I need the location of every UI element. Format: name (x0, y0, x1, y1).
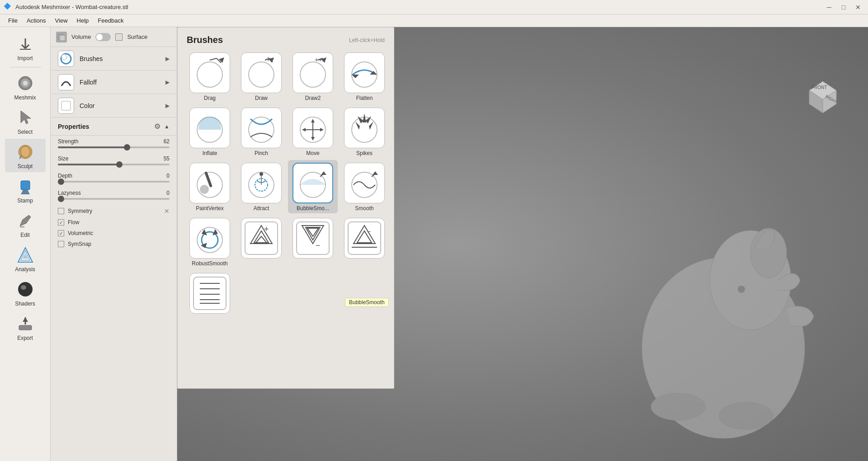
select-icon (15, 107, 36, 128)
svg-rect-91 (297, 222, 329, 254)
sculpt-label: Sculpt (18, 163, 33, 169)
volumetric-checkbox[interactable]: ✓ (58, 230, 64, 236)
sidebar-item-sculpt[interactable]: Sculpt (5, 139, 46, 172)
depth-slider[interactable] (58, 181, 170, 183)
panel-brushes[interactable]: Brushes ▶ (51, 47, 177, 71)
menu-help[interactable]: Help (72, 16, 94, 25)
svg-text:FRONT: FRONT (811, 85, 827, 90)
sidebar-item-export[interactable]: Export (5, 310, 46, 344)
svg-point-81 (197, 227, 222, 253)
brush-robustsmooth[interactable]: RobustSmooth (185, 215, 235, 268)
size-slider[interactable] (58, 164, 170, 165)
brush-triplus[interactable]: + (236, 215, 286, 268)
brush-spikes[interactable]: Spikes (340, 105, 389, 158)
vol-surf-bar: Volume Surface (51, 27, 177, 47)
brush-pinch[interactable]: Pinch (236, 105, 286, 158)
size-thumb[interactable] (116, 161, 123, 168)
sidebar-item-import[interactable]: Import (5, 31, 46, 64)
brush-draw2[interactable]: ++ Draw2 (288, 50, 338, 103)
svg-marker-32 (23, 317, 28, 322)
svg-point-28 (18, 282, 33, 296)
svg-marker-27 (23, 253, 28, 259)
close-button[interactable]: ✕ (852, 3, 864, 12)
brush-smooth[interactable]: Smooth (340, 160, 389, 213)
brush-move[interactable]: Move (288, 105, 338, 158)
brush-triz[interactable] (185, 270, 235, 317)
shaders-label: Shaders (15, 301, 35, 307)
maximize-button[interactable]: □ (837, 3, 850, 12)
brush-triflat[interactable]: − (340, 215, 389, 268)
brush-draw[interactable]: + Draw (236, 50, 286, 103)
menu-feedback[interactable]: Feedback (93, 16, 128, 25)
depth-row: Depth 0 (51, 170, 177, 183)
pinch-label: Pinch (255, 150, 268, 156)
menu-actions[interactable]: Actions (22, 16, 51, 25)
orientation-cube[interactable]: FRONT RIGHT (796, 63, 850, 118)
menu-file[interactable]: File (4, 16, 22, 25)
sidebar-item-edit[interactable]: Edit (5, 207, 46, 241)
brush-drag[interactable]: Drag (185, 50, 235, 103)
app-icon: 🔷 (4, 3, 13, 12)
symsnap-row[interactable]: SymSnap (51, 239, 177, 249)
bubblesmooth-label: BubbleSmo... (297, 205, 329, 212)
size-value: 55 (164, 155, 170, 162)
brush-inflate[interactable]: Inflate (185, 105, 235, 158)
analysis-icon (15, 245, 36, 265)
surface-checkbox[interactable] (115, 33, 123, 41)
brush-paintvertex[interactable]: PaintVertex (185, 160, 235, 213)
svg-rect-96 (348, 222, 381, 254)
svg-point-36 (61, 54, 67, 60)
lazyness-thumb[interactable] (58, 196, 64, 202)
svg-point-70 (200, 185, 209, 194)
brushes-icon (58, 51, 74, 67)
symmetry-label: Symmetry (68, 208, 92, 214)
svg-rect-37 (61, 101, 71, 110)
brush-attract[interactable]: Attract (236, 160, 286, 213)
volume-icon (56, 32, 67, 42)
move-label: Move (306, 150, 319, 156)
flow-row[interactable]: ✓ Flow (51, 217, 177, 228)
strength-thumb[interactable] (124, 144, 130, 151)
panel-area: Volume Surface Brushes ▶ Falloff ▶ (51, 27, 177, 461)
symmetry-row[interactable]: Symmetry ✕ (51, 205, 177, 217)
sidebar-item-meshmix[interactable]: Meshmix (5, 70, 46, 103)
menu-view[interactable]: View (51, 16, 72, 25)
brushes-panel-title: Brushes (187, 35, 223, 45)
strength-slider[interactable] (58, 146, 170, 148)
brush-flatten[interactable]: Flatten (340, 50, 389, 103)
stamp-label: Stamp (17, 198, 33, 204)
volumetric-row[interactable]: ✓ Volumetric (51, 228, 177, 239)
symsnap-checkbox[interactable] (58, 241, 64, 247)
flow-checkbox[interactable]: ✓ (58, 219, 64, 226)
svg-point-46 (300, 62, 326, 87)
sidebar-item-select[interactable]: Select (5, 104, 46, 138)
window-title: Autodesk Meshmixer - Wombat-creature.stl (15, 4, 823, 10)
minimize-button[interactable]: ─ (823, 3, 835, 12)
sidebar-item-analysis[interactable]: Analysis (5, 242, 46, 275)
brush-triminus[interactable]: − (288, 215, 338, 268)
vol-surf-toggle[interactable] (95, 33, 111, 41)
svg-text:−: − (316, 241, 321, 250)
lazyness-slider[interactable] (58, 198, 170, 200)
depth-thumb[interactable] (58, 179, 64, 185)
symmetry-checkbox[interactable] (58, 208, 64, 214)
bubblesmooth-tooltip: BubbleSmooth (345, 298, 389, 307)
meshmix-icon (15, 73, 36, 94)
panel-color[interactable]: Color ▶ (51, 94, 177, 118)
import-icon (15, 33, 36, 54)
paintvertex-icon (189, 163, 230, 203)
brush-bubblesmooth[interactable]: BubbleSmo... (288, 160, 338, 213)
move-icon (292, 108, 333, 148)
svg-rect-86 (245, 222, 278, 254)
svg-rect-101 (193, 277, 226, 310)
draw2-icon: ++ (292, 52, 333, 93)
strength-fill (58, 146, 127, 148)
symmetry-close-icon[interactable]: ✕ (164, 207, 170, 215)
panel-falloff[interactable]: Falloff ▶ (51, 71, 177, 94)
settings-icon[interactable]: ⚙ (154, 122, 160, 131)
sidebar-item-stamp[interactable]: Stamp (5, 173, 46, 207)
lazyness-row: Lazyness 0 (51, 187, 177, 201)
falloff-icon (58, 74, 74, 90)
collapse-icon[interactable]: ▲ (164, 123, 170, 130)
sidebar-item-shaders[interactable]: Shaders (5, 276, 46, 310)
